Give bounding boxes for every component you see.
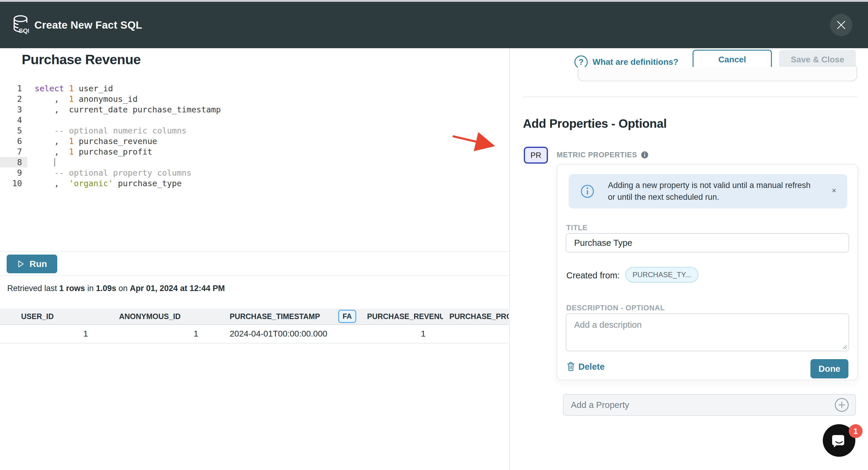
- col-header-purchase-timestamp: PURCHASE_TIMESTAMP: [203, 312, 332, 321]
- text-cursor: [54, 158, 55, 167]
- line-number: 5: [0, 125, 27, 136]
- line-number-gutter: 1 2 3 4 5 6 7 8 9 10: [0, 81, 27, 251]
- code-line: , current_date purchase_timestamp: [35, 104, 509, 115]
- line-number: 1: [0, 83, 27, 94]
- code-line: , 1 anonymous_id: [35, 94, 509, 104]
- help-label: What are definitions?: [592, 57, 678, 67]
- fa-badge[interactable]: FA: [338, 310, 356, 323]
- property-card: Adding a new property is not valid until…: [557, 164, 858, 380]
- cell-user-id: 1: [0, 329, 92, 339]
- notification-badge: 1: [849, 424, 863, 438]
- code-line: [35, 115, 509, 125]
- cell-anonymous-id: 1: [92, 329, 203, 339]
- line-number: 2: [0, 94, 27, 104]
- description-textarea[interactable]: [566, 314, 848, 351]
- svg-text:SQL: SQL: [19, 27, 29, 34]
- table-row: 1 1 2024-04-01T00:00:00.000 1: [0, 325, 509, 343]
- created-from-chip[interactable]: PURCHASE_TY...: [625, 267, 698, 283]
- line-number-active: 8: [0, 157, 27, 167]
- resize-handle[interactable]: [841, 343, 847, 349]
- chat-bubble-icon: [831, 432, 847, 449]
- truncated-field-bottom[interactable]: [578, 67, 857, 81]
- line-number: 3: [0, 104, 27, 115]
- title-input[interactable]: [566, 233, 849, 252]
- line-number: 10: [0, 178, 27, 189]
- fa-badge-wrap: FA: [332, 310, 362, 323]
- close-icon: [836, 20, 846, 30]
- panel-divider: [523, 96, 858, 97]
- pr-type-badge: PR: [524, 147, 548, 164]
- run-toolbar: Run: [0, 251, 509, 276]
- add-properties-heading: Add Properties - Optional: [523, 117, 667, 130]
- close-button[interactable]: [830, 14, 852, 36]
- database-sql-icon: SQL: [12, 15, 29, 35]
- alert-close-icon[interactable]: ×: [832, 187, 836, 194]
- alert-message: Adding a new property is not valid until…: [608, 180, 819, 203]
- page-title: Purchase Revenue: [22, 52, 141, 67]
- sql-code[interactable]: select 1 user_id , 1 anonymous_id , curr…: [27, 81, 509, 251]
- create-fact-sql-modal: SQL Create New Fact SQL Purchase Revenue…: [0, 0, 868, 470]
- cell-purchase-timestamp: 2024-04-01T00:00:00.000: [203, 329, 332, 339]
- line-number: 4: [0, 115, 27, 125]
- line-number: 9: [0, 167, 27, 178]
- run-button[interactable]: Run: [7, 255, 57, 273]
- results-header-row: USER_ID ANONYMOUS_ID PURCHASE_TIMESTAMP …: [0, 309, 509, 325]
- delete-label: Delete: [578, 362, 604, 372]
- sql-pane: Purchase Revenue 1 2 3 4 5 6 7 8 9 10 se…: [0, 48, 509, 470]
- status-line: Retrieved last 1 rows in 1.09s on Apr 01…: [7, 284, 225, 293]
- svg-text:?: ?: [579, 58, 584, 67]
- sql-editor[interactable]: 1 2 3 4 5 6 7 8 9 10 select 1 user_id , …: [0, 81, 509, 251]
- modal-header: SQL Create New Fact SQL: [0, 2, 868, 48]
- metric-properties-label: METRIC PROPERTIES: [557, 151, 649, 159]
- line-number: 6: [0, 136, 27, 147]
- code-line: -- optional numeric columns: [35, 125, 509, 136]
- plus-circle-icon[interactable]: [834, 397, 849, 412]
- code-line: -- optional property columns: [35, 167, 509, 178]
- code-line: select 1 user_id: [35, 83, 509, 94]
- code-line: , 1 purchase_profit: [35, 147, 509, 157]
- code-line: , 1 purchase_revenue: [35, 136, 509, 147]
- cell-purchase-revenue: 1: [362, 329, 443, 339]
- info-alert: Adding a new property is not valid until…: [569, 174, 847, 209]
- info-icon[interactable]: [641, 151, 649, 159]
- add-property-label: Add a Property: [571, 400, 834, 410]
- col-header-anonymous-id: ANONYMOUS_ID: [92, 312, 203, 321]
- col-header-user-id: USER_ID: [0, 312, 92, 321]
- done-button[interactable]: Done: [810, 359, 848, 378]
- delete-property-button[interactable]: Delete: [566, 362, 604, 372]
- trash-icon: [566, 362, 575, 372]
- definitions-panel: ? What are definitions? Cancel Save & Cl…: [509, 48, 868, 470]
- modal-title: Create New Fact SQL: [34, 19, 142, 31]
- code-line-active: [35, 157, 509, 167]
- col-header-purchase-revenue: PURCHASE_REVENU: [362, 312, 443, 321]
- description-box: [566, 313, 849, 351]
- play-icon: [17, 260, 25, 268]
- results-table: USER_ID ANONYMOUS_ID PURCHASE_TIMESTAMP …: [0, 309, 509, 343]
- metric-properties-text: METRIC PROPERTIES: [557, 151, 637, 159]
- info-circle-icon: [580, 184, 595, 198]
- description-label: DESCRIPTION - OPTIONAL: [566, 304, 665, 312]
- col-header-purchase-profit: PURCHASE_PRO: [443, 312, 509, 321]
- title-label: TITLE: [566, 224, 588, 232]
- created-from-label: Created from:: [566, 271, 620, 281]
- add-property-button[interactable]: Add a Property: [563, 394, 856, 416]
- line-number: 7: [0, 147, 27, 157]
- code-line: , 'organic' purchase_type: [35, 178, 509, 189]
